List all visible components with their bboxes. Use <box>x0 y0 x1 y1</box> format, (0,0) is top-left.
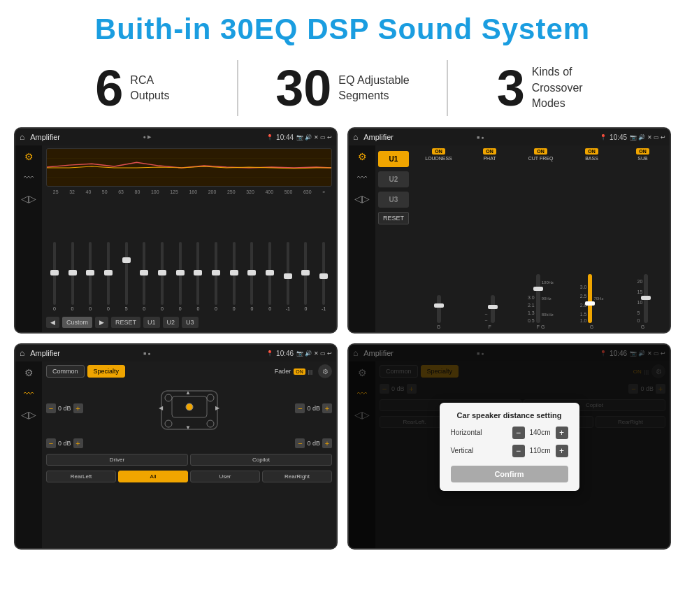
slider-track-11[interactable] <box>233 242 236 305</box>
phat-slider-f[interactable] <box>491 295 495 323</box>
status-bar-2: ⌂ Amplifier ■ ● 📍 10:45 📷 🔊 ✕ ▭ ↩ <box>349 129 670 145</box>
dialog-row-horizontal: Horizontal − 140cm + <box>451 427 568 439</box>
eq-prev-btn[interactable]: ◀ <box>46 317 59 328</box>
rearleft-btn[interactable]: RearLeft <box>46 471 116 482</box>
vol-minus-right-1[interactable]: − <box>295 403 305 413</box>
driver-btn[interactable]: Driver <box>46 454 188 466</box>
eq-u2-btn[interactable]: U2 <box>163 317 180 328</box>
u3-button[interactable]: U3 <box>378 192 409 208</box>
slider-track-4[interactable] <box>107 242 110 305</box>
speaker-icon-3[interactable]: ◁▷ <box>21 409 36 420</box>
slider-track-12[interactable] <box>250 242 253 305</box>
location-icon-3: 📍 <box>266 350 273 357</box>
eq-bottom-bar: ◀ Custom ▶ RESET U1 U2 U3 <box>46 315 332 329</box>
slider-track-9[interactable] <box>196 242 199 305</box>
svg-point-13 <box>165 420 172 427</box>
eq-icon-3[interactable]: ⚙ <box>24 367 34 378</box>
freq-40: 40 <box>86 189 92 194</box>
vol-left-1: − 0 dB + <box>46 403 83 413</box>
home-icon-3[interactable]: ⌂ <box>20 348 24 358</box>
slider-track-5[interactable] <box>125 242 128 305</box>
sub-on: ON <box>636 148 649 155</box>
reset-button[interactable]: RESET <box>378 212 409 224</box>
confirm-button[interactable]: Confirm <box>451 466 568 482</box>
bass-slider[interactable] <box>588 274 592 323</box>
eq-icon-1[interactable]: ⚙ <box>24 151 34 162</box>
slider-val-2: 0 <box>71 306 74 311</box>
vol-minus-right-2[interactable]: − <box>295 438 305 448</box>
freq-250: 250 <box>227 189 236 194</box>
more-icon[interactable]: » <box>322 189 325 194</box>
svg-text:◀: ◀ <box>159 405 164 411</box>
svg-text:▶: ▶ <box>215 405 220 411</box>
status-icons-1: 📷 🔊 ✕ ▭ ↩ <box>296 134 332 141</box>
eq-custom-btn[interactable]: Custom <box>62 317 92 328</box>
horizontal-plus[interactable]: + <box>556 427 568 439</box>
vertical-plus[interactable]: + <box>556 445 568 457</box>
slider-track-3[interactable] <box>89 242 92 305</box>
stat-number-eq: 30 <box>275 63 331 113</box>
slider-val-10: 0 <box>215 306 217 311</box>
eq-u1-btn[interactable]: U1 <box>143 317 160 328</box>
vol-plus-right-1[interactable]: + <box>322 403 332 413</box>
wave-icon-3[interactable]: 〰 <box>24 388 34 399</box>
cutfreq-slider[interactable] <box>536 274 540 323</box>
slider-col-8: 0 <box>172 242 189 311</box>
slider-track-10[interactable] <box>215 242 217 305</box>
left-sidebar-2: ⚙ 〰 ◁▷ <box>349 145 375 332</box>
slider-track-16[interactable] <box>322 242 325 305</box>
slider-track-8[interactable] <box>179 242 182 305</box>
loudness-slider-g[interactable] <box>437 295 441 323</box>
slider-col-13: 0 <box>261 242 278 311</box>
eq-reset-btn[interactable]: RESET <box>111 317 140 328</box>
all-btn[interactable]: All <box>118 471 188 482</box>
vol-minus-left-1[interactable]: − <box>46 403 56 413</box>
wave-icon-2[interactable]: 〰 <box>357 172 367 183</box>
bass-on: ON <box>585 148 598 155</box>
u2-button[interactable]: U2 <box>378 171 409 187</box>
vol-plus-left-1[interactable]: + <box>73 403 83 413</box>
sub-slider[interactable] <box>644 274 648 323</box>
eq-u3-btn[interactable]: U3 <box>182 317 199 328</box>
horizontal-minus[interactable]: − <box>512 427 525 439</box>
user-btn[interactable]: User <box>190 471 260 482</box>
screen-content-2: ⚙ 〰 ◁▷ U1 U2 U3 RESET ON LO <box>349 145 670 332</box>
fader-label: Fader <box>275 368 291 375</box>
slider-track-2[interactable] <box>71 242 74 305</box>
rearright-btn[interactable]: RearRight <box>262 471 332 482</box>
specialty-tab[interactable]: Specialty <box>87 365 126 378</box>
speaker-icon-1[interactable]: ◁▷ <box>21 193 36 204</box>
slider-col-2: 0 <box>64 242 81 311</box>
eq-sliders: 0 0 0 <box>46 197 332 313</box>
copilot-btn[interactable]: Copilot <box>190 454 332 466</box>
slider-track-7[interactable] <box>161 242 164 305</box>
home-icon-2[interactable]: ⌂ <box>353 132 358 142</box>
slider-col-15: 0 <box>298 242 315 311</box>
speaker-icon-2[interactable]: ◁▷ <box>354 193 370 204</box>
vol-plus-right-2[interactable]: + <box>322 438 332 448</box>
wave-icon-1[interactable]: 〰 <box>24 172 34 183</box>
slider-track-14[interactable] <box>287 242 289 305</box>
u1-button[interactable]: U1 <box>378 151 409 167</box>
vertical-minus[interactable]: − <box>512 445 525 457</box>
settings-icon[interactable]: ⚙ <box>318 364 332 378</box>
slider-track-1[interactable] <box>53 242 56 305</box>
dot-icons-2: ■ ● <box>477 135 484 140</box>
slider-col-5: 5 <box>118 242 135 311</box>
eq-icon-2[interactable]: ⚙ <box>358 151 367 162</box>
slider-track-13[interactable] <box>268 242 271 305</box>
freq-50: 50 <box>102 189 108 194</box>
eq-play-btn[interactable]: ▶ <box>95 317 108 328</box>
freq-630: 630 <box>303 189 312 194</box>
loudness-channel: ON LOUDNESS G <box>414 148 463 329</box>
vol-plus-left-2[interactable]: + <box>73 438 83 448</box>
vol-minus-left-2[interactable]: − <box>46 438 56 448</box>
slider-track-15[interactable] <box>304 242 307 305</box>
vol-right-1: − 0 dB + <box>295 403 332 413</box>
slider-val-12: 0 <box>250 306 253 311</box>
sub-channel: ON SUB 20 15 10 5 0 <box>619 148 667 329</box>
slider-val-15: 0 <box>305 306 308 311</box>
home-icon-1[interactable]: ⌂ <box>20 132 24 142</box>
common-tab[interactable]: Common <box>46 365 85 378</box>
slider-track-6[interactable] <box>143 242 145 305</box>
